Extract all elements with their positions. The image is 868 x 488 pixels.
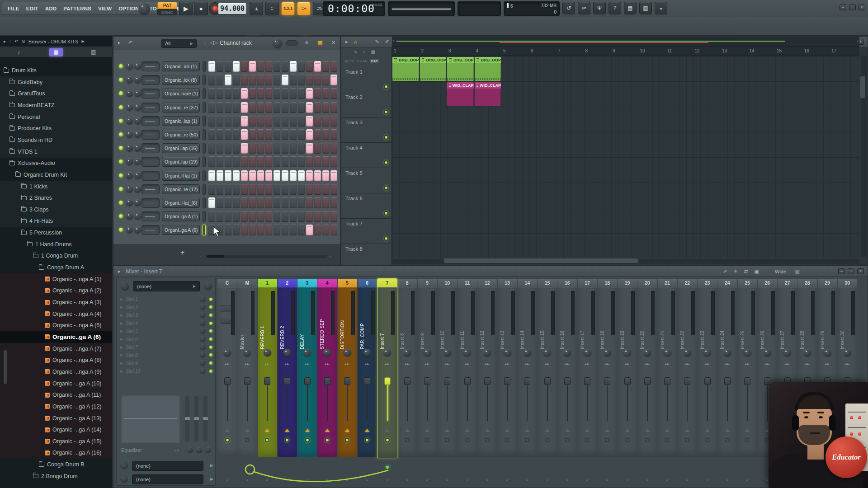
step-10[interactable] <box>282 211 288 222</box>
disk-icon[interactable]: ✳ <box>733 268 737 274</box>
step-1[interactable] <box>208 170 215 181</box>
browser-folder[interactable]: GratuiTous <box>0 88 112 99</box>
track-mute-led[interactable] <box>385 438 390 442</box>
step-5[interactable] <box>241 88 248 99</box>
step-2[interactable] <box>217 211 223 222</box>
channel-volume-knob[interactable] <box>134 117 141 124</box>
sidechain-dot[interactable] <box>526 479 528 481</box>
step-7[interactable] <box>257 184 264 195</box>
track-fader[interactable] <box>364 377 370 385</box>
track-pan-knob[interactable] <box>824 349 831 357</box>
fx-preset-knob[interactable] <box>120 282 129 291</box>
pattern-clip[interactable]: DRU..OOP <box>475 57 501 81</box>
mixer-track-3[interactable]: 3DELAY◂▸ <box>297 279 317 487</box>
track-pan-knob[interactable] <box>543 349 551 357</box>
track-fader[interactable] <box>284 377 290 385</box>
step-4[interactable] <box>233 88 240 99</box>
slot-mix-knob[interactable] <box>200 336 206 342</box>
browser-folder[interactable]: 1 Kicks <box>0 181 112 192</box>
route-icon[interactable]: ⇗ <box>723 268 727 274</box>
sidechain-dot[interactable] <box>467 479 468 481</box>
step-2[interactable] <box>217 102 223 113</box>
mixer-track-number[interactable]: 28 <box>797 279 817 287</box>
slot-enable-led[interactable] <box>209 322 212 325</box>
track-pan-knob[interactable] <box>764 349 771 357</box>
piano-tab-icon[interactable]: ▥ <box>87 48 100 56</box>
channel-button[interactable]: Organi..ga A (6) <box>162 225 200 235</box>
channel-button[interactable]: Organi..lap (19) <box>162 157 200 167</box>
slot-arrow-icon[interactable]: ▶ <box>120 345 126 349</box>
mixer-track-2[interactable]: 2REVERB 2◂▸ <box>278 279 297 487</box>
browser-scrollbar[interactable] <box>4 350 7 384</box>
mixer-track-number[interactable]: 24 <box>717 279 737 287</box>
step-8[interactable] <box>265 170 272 181</box>
step-6[interactable] <box>249 75 256 85</box>
sidechain-dot[interactable] <box>627 479 628 481</box>
pencil-icon[interactable]: ✎ <box>375 39 379 45</box>
channel-selector[interactable] <box>203 197 206 208</box>
channel-selector[interactable] <box>203 211 206 222</box>
channel-selector[interactable] <box>203 61 206 72</box>
step-16[interactable] <box>330 61 337 72</box>
step-13[interactable] <box>306 61 313 72</box>
step-10[interactable] <box>282 129 288 140</box>
mixer-track-10[interactable]: 10Insert 10◂▸ <box>438 279 457 487</box>
channel-enable-led[interactable] <box>119 187 123 191</box>
send-selector-1[interactable]: (none) <box>132 461 203 471</box>
step-12[interactable] <box>298 116 305 127</box>
track-header-4[interactable]: Track 4 <box>345 145 363 150</box>
step-13[interactable] <box>306 129 313 140</box>
track-fader[interactable] <box>604 377 610 385</box>
mixer-track-number[interactable]: 8 <box>397 279 417 287</box>
track-mute-led[interactable] <box>384 186 388 190</box>
step-12[interactable] <box>298 102 305 113</box>
step-14[interactable] <box>314 61 321 72</box>
eq-freq-knob-2[interactable] <box>196 447 202 453</box>
step-12[interactable] <box>298 75 305 85</box>
send-switch-icon[interactable] <box>665 429 670 432</box>
slot-arrow-icon[interactable]: ▶ <box>120 321 126 325</box>
step-13[interactable] <box>306 75 313 85</box>
step-10[interactable] <box>282 156 288 167</box>
step-3[interactable] <box>225 197 231 208</box>
picker-tab-chan[interactable]: CHAN <box>357 59 368 63</box>
step-10[interactable] <box>282 170 288 181</box>
step-14[interactable] <box>314 225 321 235</box>
step-15[interactable] <box>322 129 329 140</box>
channel-enable-led[interactable] <box>119 105 123 109</box>
step-2[interactable] <box>217 75 223 85</box>
step-16[interactable] <box>330 170 337 181</box>
browser-sample[interactable]: Organic -..ga A (11) <box>0 389 112 401</box>
step-14[interactable] <box>314 156 321 167</box>
detach-icon[interactable]: ▸ <box>118 40 121 46</box>
step-11[interactable] <box>290 75 297 85</box>
step-1[interactable] <box>208 211 215 222</box>
track-fader[interactable] <box>444 377 450 385</box>
channel-pan-knob[interactable] <box>126 117 133 124</box>
browser-sample[interactable]: Organic -..nga A (2) <box>0 285 112 296</box>
channel-filter-selector[interactable]: All▶ <box>161 39 197 48</box>
channel-volume-knob[interactable] <box>134 63 141 70</box>
send-switch-icon[interactable] <box>725 429 730 432</box>
track-fader[interactable] <box>664 377 670 385</box>
browser-sample[interactable]: Organic -..ga A (15) <box>0 436 112 447</box>
channel-selector[interactable] <box>203 102 206 113</box>
wait-for-input-icon[interactable]: ʭ <box>265 2 279 15</box>
sidechain-dot[interactable] <box>446 479 448 481</box>
mixer-track-number[interactable]: 20 <box>637 279 657 287</box>
mixer-track-18[interactable]: 18Insert 18◂▸ <box>598 279 617 487</box>
step-13[interactable] <box>306 156 313 167</box>
step-1[interactable] <box>208 225 215 235</box>
step-2[interactable] <box>217 197 223 208</box>
close-button[interactable]: × <box>859 5 865 10</box>
step-8[interactable] <box>265 116 272 127</box>
sidechain-dot[interactable] <box>307 479 308 481</box>
channel-pan-knob[interactable] <box>126 63 133 70</box>
step-12[interactable] <box>298 184 305 195</box>
slot-mix-knob[interactable] <box>200 304 206 310</box>
channel-display[interactable] <box>142 184 160 194</box>
slot-mix-knob[interactable] <box>200 344 206 350</box>
slot-arrow-icon[interactable]: ▶ <box>120 305 126 309</box>
mixer-track-number[interactable]: 6 <box>358 279 377 287</box>
stereo-separation-icon[interactable]: ◂▸ <box>217 362 237 366</box>
